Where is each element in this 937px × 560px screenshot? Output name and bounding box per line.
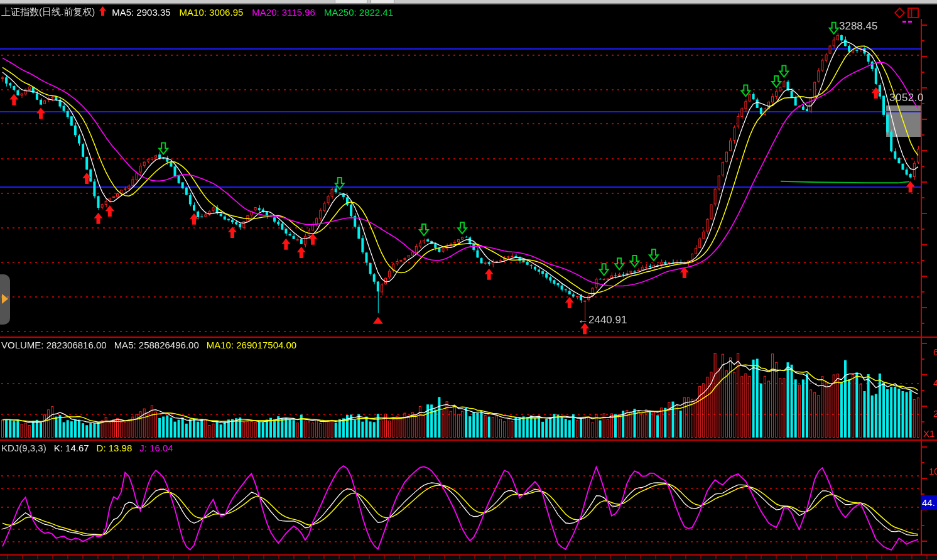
ma250-legend: MA250: 2822.41 xyxy=(324,7,393,18)
diamond-tool-icon[interactable] xyxy=(894,8,905,21)
main-pane-header: 上证指数(日线.前复权) MA5: 2903.35 MA10: 3006.95 … xyxy=(1,6,393,18)
window-restore-icon[interactable] xyxy=(907,8,919,21)
volume-ma5: MA5: 258826496.00 xyxy=(114,340,199,350)
peak-price-label: 3288.45 xyxy=(839,20,877,33)
magenta-dash-marks xyxy=(902,21,912,23)
sidebar-expander-tab[interactable] xyxy=(0,274,10,325)
cursor-price-label: 3052.0 xyxy=(889,92,924,104)
ma20-legend: MA20: 3115.96 xyxy=(252,7,315,18)
ma10-legend: MA10: 3006.95 xyxy=(180,7,244,18)
kdj-indicator-name: KDJ(9,3,3) xyxy=(1,443,46,453)
symbol-title: 上证指数(日线.前复权) xyxy=(1,6,95,18)
kdj-axis-label: 10 xyxy=(929,466,937,477)
expand-right-icon xyxy=(2,294,8,304)
up-arrow-icon xyxy=(99,6,107,18)
kdj-cursor-value-tag: 44. xyxy=(921,495,937,510)
low-price-label: ←2440.91 xyxy=(578,314,627,326)
kdj-j-value: J: 16.04 xyxy=(139,443,173,453)
chart-window: 上证指数(日线.前复权) MA5: 2903.35 MA10: 3006.95 … xyxy=(0,0,937,560)
kdj-k-value: K: 14.67 xyxy=(54,443,89,453)
volume-axis-label: 2 xyxy=(933,408,937,419)
volume-scale-toggle[interactable]: X1 xyxy=(923,428,934,439)
titlebar-shadow xyxy=(0,3,937,4)
pane-window-icons xyxy=(894,8,919,21)
kdj-pane-header: KDJ(9,3,3) K: 14.67 D: 13.98 J: 16.04 xyxy=(1,443,173,453)
volume-axis-label: 4 xyxy=(933,377,937,388)
kdj-d-value: D: 13.98 xyxy=(97,443,133,453)
ma5-legend: MA5: 2903.35 xyxy=(112,7,170,18)
volume-pane-header: VOLUME: 282306816.00 MA5: 258826496.00 M… xyxy=(1,340,296,350)
volume-axis-label: 6 xyxy=(933,347,937,357)
volume-value: VOLUME: 282306816.00 xyxy=(1,340,107,350)
chart-canvas[interactable] xyxy=(0,0,937,560)
volume-ma10: MA10: 269017504.00 xyxy=(207,340,296,350)
